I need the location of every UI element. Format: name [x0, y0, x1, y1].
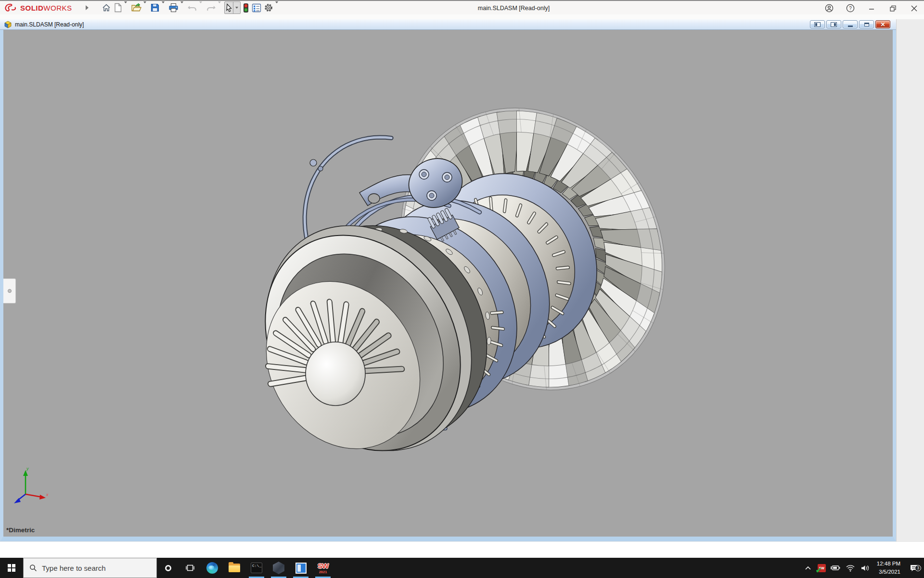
- open-document-dropdown-icon[interactable]: [143, 1, 146, 12]
- file-explorer-icon: [229, 564, 240, 572]
- task-pane-collapsed[interactable]: [896, 19, 924, 541]
- featuremanager-tab-dot: [8, 289, 12, 293]
- print-button[interactable]: [168, 1, 185, 14]
- tray-time: 12:48 PM: [877, 560, 900, 568]
- home-button[interactable]: [101, 1, 112, 14]
- doc-minimize-icon: [848, 26, 853, 27]
- new-document-dropdown-icon[interactable]: [124, 1, 127, 12]
- triad-y-label: y: [26, 466, 29, 471]
- tray-clock[interactable]: 12:48 PM 3/5/2021: [875, 560, 902, 576]
- user-account-icon[interactable]: [824, 3, 834, 13]
- interference-check-button[interactable]: [242, 1, 250, 14]
- undo-dropdown-icon[interactable]: [199, 1, 202, 12]
- save-icon: [150, 3, 160, 13]
- hexagon-app-icon: [273, 562, 284, 574]
- select-button[interactable]: [224, 1, 241, 14]
- svg-text:?: ?: [849, 6, 852, 11]
- doc-close-icon: ✕: [880, 22, 885, 27]
- print-dropdown-icon[interactable]: [180, 1, 183, 12]
- solidworks-icon: SW2021: [318, 562, 328, 574]
- command-prompt-icon: C:\_: [251, 563, 262, 573]
- pane-left-button[interactable]: [810, 20, 825, 28]
- app-window-controls: ?: [824, 1, 919, 15]
- interference-check-icon: [243, 3, 249, 13]
- pane-right-icon: [831, 22, 837, 27]
- undo-icon: [187, 3, 197, 13]
- tray-chevron-icon[interactable]: [803, 565, 813, 570]
- doc-close-button[interactable]: ✕: [875, 20, 890, 28]
- brand-text: SOLIDWORKS: [20, 4, 72, 12]
- tray-wifi-icon[interactable]: [845, 565, 856, 572]
- doc-restore-button[interactable]: [859, 20, 874, 28]
- doc-minimize-button[interactable]: [843, 20, 858, 28]
- task-view-button[interactable]: [179, 558, 201, 578]
- minimize-icon[interactable]: [866, 3, 877, 13]
- tray-check-icon: ✔: [816, 566, 822, 575]
- solidworks-logo-icon: [5, 3, 17, 13]
- settings-gear-button[interactable]: [263, 1, 280, 14]
- document-window-buttons: ✕: [810, 20, 890, 28]
- print-icon: [168, 3, 179, 13]
- save-button[interactable]: [150, 1, 167, 14]
- menu-strip-collapsed: [0, 14, 924, 19]
- tray-volume-icon[interactable]: [860, 565, 871, 572]
- windows-taskbar: Type here to search C:\_SW2021 SW✔ 12:48…: [0, 558, 924, 578]
- document-titlebar[interactable]: main.SLDASM [Read-only] ✕: [0, 19, 896, 30]
- tray-date: 3/5/2021: [877, 568, 900, 576]
- solidworks-logo: SOLIDWORKS: [0, 3, 72, 13]
- taskbar-app-file-explorer[interactable]: [223, 558, 245, 578]
- orientation-triad: y x: [12, 466, 50, 508]
- windows-logo-icon: [8, 564, 15, 572]
- settings-gear-icon: [264, 3, 273, 13]
- new-document-icon: [114, 3, 122, 13]
- open-document-icon: [131, 3, 141, 13]
- tray-solidworks-monitor-icon[interactable]: SW✔: [818, 564, 826, 572]
- new-document-button[interactable]: [113, 1, 129, 14]
- graphics-area[interactable]: y x *Dimetric: [3, 30, 893, 537]
- select-dropdown-icon[interactable]: [235, 7, 238, 9]
- redo-button: [205, 1, 223, 14]
- options-list-button[interactable]: [251, 1, 262, 14]
- featuremanager-collapsed-tab[interactable]: [3, 278, 16, 303]
- tray-power-icon[interactable]: [830, 565, 841, 571]
- save-dropdown-icon[interactable]: [162, 1, 165, 12]
- start-button[interactable]: [0, 558, 23, 578]
- taskbar-app-command-prompt[interactable]: C:\_: [245, 558, 268, 578]
- search-icon: [29, 564, 37, 572]
- taskbar-apps: C:\_SW2021: [201, 558, 334, 578]
- taskbar-app-edge[interactable]: [201, 558, 223, 578]
- taskbar-search-input[interactable]: Type here to search: [23, 558, 157, 578]
- open-document-button[interactable]: [130, 1, 148, 14]
- taskbar-app-solidworks[interactable]: SW2021: [312, 558, 334, 578]
- main-toolbar: [101, 0, 280, 15]
- status-bar: [0, 541, 924, 558]
- taskbar-app-hexagon-app[interactable]: [268, 558, 290, 578]
- home-icon: [102, 3, 111, 13]
- cortana-button[interactable]: [157, 558, 179, 578]
- pane-right-button[interactable]: [826, 20, 841, 28]
- taskbar-app-remote-window[interactable]: [290, 558, 312, 578]
- app-window-title: main.SLDASM [Read-only]: [478, 1, 550, 15]
- triad-x-label: x: [46, 492, 49, 497]
- settings-gear-dropdown-icon[interactable]: [275, 1, 278, 12]
- action-center-button[interactable]: 3: [907, 564, 921, 572]
- brand-flyout-arrow[interactable]: [86, 5, 89, 10]
- edge-icon: [206, 562, 218, 574]
- close-icon[interactable]: [909, 3, 919, 13]
- search-placeholder: Type here to search: [42, 564, 106, 572]
- select-icon: [225, 3, 233, 13]
- doc-restore-icon: [864, 23, 869, 26]
- document-title: main.SLDASM [Read-only]: [15, 21, 84, 28]
- help-icon[interactable]: ?: [845, 3, 856, 13]
- options-list-icon: [252, 3, 261, 13]
- notification-badge: 3: [915, 565, 921, 571]
- app-titlebar: SOLIDWORKS main.SLDASM [Read-only] ?: [0, 0, 924, 14]
- document-window: main.SLDASM [Read-only] ✕ y x *Dimetric: [0, 19, 896, 541]
- undo-button: [187, 1, 204, 14]
- task-view-icon: [185, 563, 195, 573]
- engine-3d-model: [3, 30, 893, 537]
- assembly-file-icon: [4, 21, 12, 28]
- remote-window-icon: [295, 563, 307, 574]
- restore-icon[interactable]: [887, 3, 898, 13]
- redo-dropdown-icon[interactable]: [218, 1, 221, 12]
